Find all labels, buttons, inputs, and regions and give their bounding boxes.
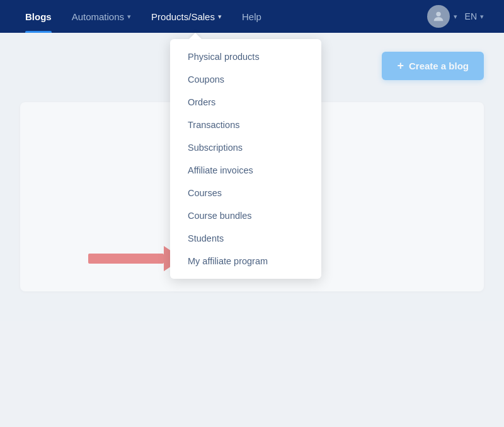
language-selector[interactable]: EN ▾ (460, 11, 489, 21)
svg-point-0 (436, 12, 440, 16)
nav-item-blogs[interactable]: Blogs (15, 0, 62, 33)
dropdown-item-physical-products[interactable]: Physical products (170, 45, 321, 68)
products-chevron-icon: ▾ (218, 13, 222, 21)
nav-right-controls: ▾ EN ▾ (427, 5, 489, 28)
nav-item-help[interactable]: Help (232, 0, 272, 33)
language-chevron-icon: ▾ (480, 13, 484, 21)
dropdown-menu: Physical products Coupons Orders Transac… (170, 39, 321, 279)
dropdown-item-course-bundles[interactable]: Course bundles (170, 204, 321, 227)
dropdown-item-transactions[interactable]: Transactions (170, 114, 321, 136)
nav-label-help: Help (242, 11, 261, 22)
dropdown-item-subscriptions[interactable]: Subscriptions (170, 136, 321, 159)
nav-item-automations[interactable]: Automations ▾ (62, 0, 141, 33)
automations-chevron-icon: ▾ (127, 13, 131, 21)
nav-label-automations: Automations (72, 11, 124, 22)
avatar-chevron-icon: ▾ (454, 13, 457, 21)
dropdown-item-orders[interactable]: Orders (170, 91, 321, 114)
nav-label-products-sales: Products/Sales (151, 11, 215, 22)
dropdown-item-my-affiliate-program[interactable]: My affiliate program (170, 250, 321, 272)
dropdown-item-coupons[interactable]: Coupons (170, 68, 321, 91)
dropdown-item-courses[interactable]: Courses (170, 182, 321, 204)
dropdown-item-affiliate-invoices[interactable]: Affiliate invoices (170, 159, 321, 182)
nav-label-blogs: Blogs (25, 11, 52, 22)
products-sales-dropdown: Physical products Coupons Orders Transac… (170, 33, 321, 279)
language-label: EN (465, 11, 477, 21)
dropdown-arrow (189, 33, 202, 39)
navbar: Blogs Automations ▾ Products/Sales ▾ Hel… (0, 0, 504, 33)
avatar[interactable] (427, 5, 450, 28)
dropdown-item-students[interactable]: Students (170, 227, 321, 250)
nav-item-products-sales[interactable]: Products/Sales ▾ (141, 0, 232, 33)
